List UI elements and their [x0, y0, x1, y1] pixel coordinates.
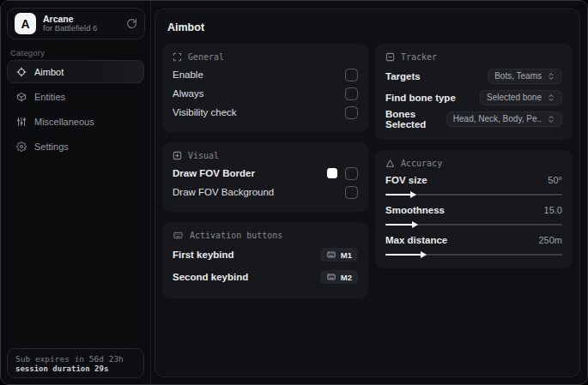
second-keybind-button[interactable]: M2 — [320, 270, 358, 284]
setting-row-always: Always — [173, 84, 358, 103]
sidebar: A Arcane for Battlefield 6 Category Aimb… — [1, 1, 151, 384]
setting-row-bones-selected: Bones Selected Head, Neck, Body, Pe.. — [385, 108, 562, 129]
session-duration-text: session duration 29s — [15, 364, 136, 373]
select-value: Selected bone — [487, 93, 542, 102]
setting-label: Always — [173, 88, 345, 99]
sidebar-item-label: Aimbot — [34, 67, 64, 77]
brand-subtitle: for Battlefield 6 — [43, 24, 119, 33]
setting-label: Visibility check — [173, 107, 345, 117]
slider-thumb[interactable] — [421, 251, 427, 258]
setting-row-targets: Targets Bots, Teams — [385, 65, 562, 87]
cube-icon — [16, 92, 27, 102]
draw-fov-background-checkbox[interactable] — [345, 186, 358, 199]
setting-label: Bones Selected — [385, 109, 446, 129]
chevrons-up-down-icon — [547, 115, 555, 123]
sidebar-item-miscellaneous[interactable]: Miscellaneous — [7, 110, 144, 133]
find-bone-type-select[interactable]: Selected bone — [480, 90, 562, 105]
app-window: A Arcane for Battlefield 6 Category Aimb… — [0, 0, 588, 385]
slider-label: FOV size — [385, 175, 548, 185]
sidebar-item-label: Entities — [34, 92, 65, 102]
brand-card: A Arcane for Battlefield 6 — [7, 8, 145, 39]
crosshair-icon — [16, 67, 27, 77]
panel-title: Tracker — [401, 52, 437, 62]
slider-label: Smoothness — [385, 205, 544, 215]
page-title: Aimbot — [162, 16, 573, 44]
main-content: Aimbot General Enable Alw — [155, 9, 580, 377]
general-panel: General Enable Always Visibility check — [162, 44, 368, 132]
keybind-value: M1 — [341, 250, 352, 260]
setting-row-second-keybind: Second keybind M2 — [173, 266, 358, 288]
chevrons-up-down-icon — [547, 72, 555, 81]
panel-title: General — [188, 52, 224, 62]
slider-label: Max distance — [385, 235, 538, 245]
first-keybind-button[interactable]: M1 — [320, 248, 358, 262]
keyboard-icon — [326, 273, 336, 281]
draw-fov-border-checkbox[interactable] — [345, 167, 358, 180]
keybind-value: M2 — [341, 273, 352, 282]
visibility-check-checkbox[interactable] — [345, 106, 358, 119]
setting-label: Targets — [385, 71, 488, 81]
select-value: Head, Neck, Body, Pe.. — [453, 114, 542, 123]
subscription-card: Sub expires in 56d 23h session duration … — [7, 348, 144, 378]
fov-size-slider[interactable] — [385, 190, 562, 198]
sliders-icon — [16, 117, 27, 127]
category-label: Category — [10, 48, 45, 57]
panel-title: Activation buttons — [190, 231, 282, 240]
sidebar-item-label: Miscellaneous — [34, 117, 94, 127]
smoothness-slider[interactable] — [385, 220, 562, 228]
frame-plus-icon — [173, 151, 182, 160]
sidebar-item-entities[interactable]: Entities — [7, 85, 144, 108]
setting-row-enable: Enable — [173, 65, 358, 84]
refresh-icon[interactable] — [126, 18, 137, 29]
chevrons-up-down-icon — [547, 93, 555, 102]
gear-icon — [16, 141, 27, 152]
sub-expiry-text: Sub expires in 56d 23h — [15, 354, 136, 364]
setting-label: Find bone type — [385, 93, 480, 103]
max-distance-slider-row: Max distance 250m — [385, 233, 562, 258]
smoothness-slider-row: Smoothness 15.0 — [385, 203, 562, 228]
panel-title: Visual — [188, 151, 219, 160]
targets-select[interactable]: Bots, Teams — [488, 69, 562, 84]
setting-label: Draw FOV Border — [173, 168, 327, 178]
accuracy-panel: Accuracy FOV size 50° — [375, 150, 573, 268]
setting-row-draw-fov-background: Draw FOV Background — [173, 183, 358, 202]
slider-thumb[interactable] — [412, 221, 418, 228]
bones-selected-select[interactable]: Head, Neck, Body, Pe.. — [446, 111, 562, 127]
tracker-panel: Tracker Targets Bots, Teams Find bone ty… — [375, 44, 573, 140]
setting-label: Enable — [173, 69, 345, 80]
enable-checkbox[interactable] — [345, 69, 358, 81]
fov-border-color-swatch[interactable] — [327, 168, 337, 178]
slider-value: 50° — [548, 175, 562, 185]
setting-row-first-keybind: First keybind M1 — [173, 244, 358, 266]
select-value: Bots, Teams — [494, 71, 542, 81]
box-minus-icon — [385, 52, 395, 62]
sidebar-item-aimbot[interactable]: Aimbot — [7, 60, 144, 83]
brand-logo: A — [15, 13, 36, 34]
setting-row-visibility-check: Visibility check — [173, 103, 358, 122]
keyboard-icon — [326, 250, 336, 259]
slider-value: 250m — [538, 235, 562, 245]
slider-thumb[interactable] — [410, 191, 416, 198]
panel-title: Accuracy — [401, 159, 442, 168]
setting-label: First keybind — [173, 250, 320, 260]
visual-panel: Visual Draw FOV Border Draw FOV Backgrou… — [162, 142, 368, 212]
always-checkbox[interactable] — [345, 87, 358, 100]
fov-size-slider-row: FOV size 50° — [385, 173, 562, 198]
activation-panel: Activation buttons First keybind M1 Seco… — [162, 222, 368, 298]
sidebar-nav: Aimbot Entities Miscellaneous Settings — [7, 60, 144, 159]
keyboard-icon — [173, 231, 184, 240]
scan-icon — [173, 52, 182, 62]
triangle-icon — [385, 159, 395, 168]
setting-row-find-bone-type: Find bone type Selected bone — [385, 87, 562, 108]
setting-label: Draw FOV Background — [173, 187, 345, 197]
max-distance-slider[interactable] — [385, 250, 562, 258]
sidebar-item-settings[interactable]: Settings — [7, 135, 144, 158]
sidebar-item-label: Settings — [34, 141, 69, 152]
setting-label: Second keybind — [173, 272, 320, 282]
setting-row-draw-fov-border: Draw FOV Border — [173, 164, 358, 183]
slider-value: 15.0 — [544, 205, 562, 215]
